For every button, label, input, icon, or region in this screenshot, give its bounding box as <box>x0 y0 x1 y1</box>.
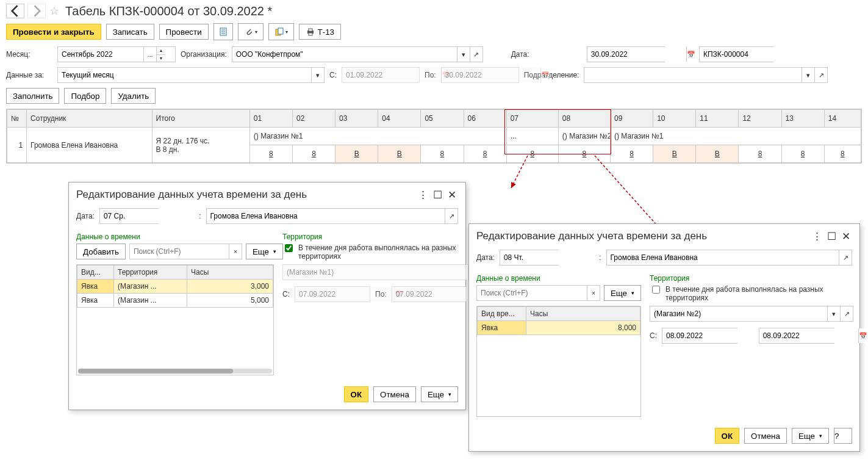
fill-button[interactable]: Заполнить <box>6 88 59 104</box>
org-field[interactable]: ▾ ↗ <box>232 46 483 62</box>
month-field[interactable]: ... ▲ ▼ <box>57 46 176 62</box>
col-day-03[interactable]: 03 <box>335 110 378 128</box>
col-day-08[interactable]: 08 <box>558 110 610 128</box>
number-input[interactable] <box>700 47 798 62</box>
nav-forward-button[interactable] <box>27 4 46 18</box>
store-dots: ... <box>506 128 558 145</box>
col-total[interactable]: Итого <box>152 110 249 128</box>
cell-total: Я 22 дн. 176 чс. В 8 дн. <box>152 128 249 163</box>
hours-09[interactable]: 8 <box>611 145 653 163</box>
col-day-14[interactable]: 14 <box>824 110 861 128</box>
to-cal-icon: 📅 <box>540 68 550 82</box>
cell-no: 1 <box>7 128 27 163</box>
report-icon-button[interactable] <box>213 23 233 40</box>
org-open-button[interactable]: ↗ <box>470 47 482 62</box>
col-day-02[interactable]: 02 <box>292 110 335 128</box>
from-input <box>342 68 441 82</box>
month-up-button[interactable]: ▲ <box>156 47 165 55</box>
month-label: Месяц: <box>6 50 52 59</box>
dept-open-button[interactable]: ↗ <box>814 68 827 82</box>
date-cal-button[interactable]: 📅 <box>686 47 695 62</box>
col-day-12[interactable]: 12 <box>739 110 781 128</box>
hours-11[interactable]: В <box>696 145 739 163</box>
store-c: () Магазин №1 <box>611 128 861 145</box>
month-down-button[interactable]: ▼ <box>156 55 165 62</box>
attach-icon-button[interactable]: ▾ <box>238 23 264 40</box>
number-field[interactable] <box>699 46 773 62</box>
pick-button[interactable]: Подбор <box>64 88 106 104</box>
svg-rect-7 <box>309 29 312 31</box>
dept-input[interactable] <box>584 68 802 82</box>
col-emp[interactable]: Сотрудник <box>27 110 152 128</box>
org-label: Организация: <box>181 50 227 59</box>
nav-back-button[interactable] <box>6 4 24 18</box>
col-day-10[interactable]: 10 <box>653 110 696 128</box>
org-input[interactable] <box>232 47 457 62</box>
col-day-05[interactable]: 05 <box>421 110 464 128</box>
col-day-07[interactable]: 07 <box>506 110 558 128</box>
post-button[interactable]: Провести <box>159 24 209 40</box>
grid-header-row: № Сотрудник Итого 01 02 03 04 05 06 07 0… <box>7 110 861 128</box>
hours-08[interactable]: 8 <box>558 145 610 163</box>
hours-03[interactable]: В <box>335 145 378 163</box>
hours-10[interactable]: В <box>653 145 696 163</box>
hours-06[interactable]: 8 <box>464 145 506 163</box>
post-and-close-button[interactable]: Провести и закрыть <box>6 24 101 40</box>
from-label: С: <box>329 71 337 79</box>
to-field: 📅 <box>441 67 519 83</box>
col-day-04[interactable]: 04 <box>378 110 421 128</box>
dept-drop-button[interactable]: ▾ <box>802 68 814 82</box>
col-day-06[interactable]: 06 <box>464 110 506 128</box>
data-for-drop-button[interactable]: ▾ <box>311 68 324 82</box>
month-input[interactable] <box>58 47 143 62</box>
date-input[interactable] <box>587 47 686 62</box>
store-b: () Магазин №2 <box>558 128 610 145</box>
org-drop-button[interactable]: ▾ <box>457 47 470 62</box>
svg-rect-8 <box>309 33 312 35</box>
month-dots-button[interactable]: ... <box>143 47 156 62</box>
data-for-label: Данные за: <box>6 71 52 79</box>
dept-field[interactable]: ▾ ↗ <box>584 67 828 83</box>
col-day-01[interactable]: 01 <box>249 110 292 128</box>
col-day-13[interactable]: 13 <box>781 110 824 128</box>
hours-14[interactable]: 8 <box>824 145 861 163</box>
col-day-11[interactable]: 11 <box>696 110 739 128</box>
store-a: () Магазин №1 <box>249 128 506 145</box>
date-label: Дата: <box>511 50 542 59</box>
delete-button[interactable]: Удалить <box>111 88 156 104</box>
hours-13[interactable]: 8 <box>781 145 824 163</box>
hours-01[interactable]: 8 <box>249 145 292 163</box>
hours-04[interactable]: В <box>378 145 421 163</box>
hours-05[interactable]: 8 <box>421 145 464 163</box>
hours-07[interactable]: 8 <box>506 145 558 163</box>
data-for-field[interactable]: ▾ <box>57 67 325 83</box>
hours-12[interactable]: 8 <box>739 145 781 163</box>
table-row[interactable]: 1 Громова Елена Ивановна Я 22 дн. 176 чс… <box>7 128 861 145</box>
basedon-icon-button[interactable]: ▾ <box>268 23 294 40</box>
page-title: Табель КПЗК-000004 от 30.09.2022 * <box>65 4 272 18</box>
to-input <box>442 68 540 82</box>
date-field[interactable]: 📅 <box>587 46 665 62</box>
print-t13-button[interactable]: Т-13 <box>299 24 341 40</box>
col-day-09[interactable]: 09 <box>611 110 653 128</box>
save-button[interactable]: Записать <box>106 24 154 40</box>
svg-rect-5 <box>278 28 283 34</box>
hours-02[interactable]: 8 <box>292 145 335 163</box>
cell-emp: Громова Елена Ивановна <box>27 128 152 163</box>
from-field: 📅 <box>342 67 420 83</box>
data-for-input[interactable] <box>58 68 311 82</box>
print-t13-label: Т-13 <box>318 27 334 37</box>
timesheet-grid[interactable]: № Сотрудник Итого 01 02 03 04 05 06 07 0… <box>6 109 862 164</box>
favorite-star-icon[interactable]: ☆ <box>49 4 59 18</box>
col-no[interactable]: № <box>7 110 27 128</box>
